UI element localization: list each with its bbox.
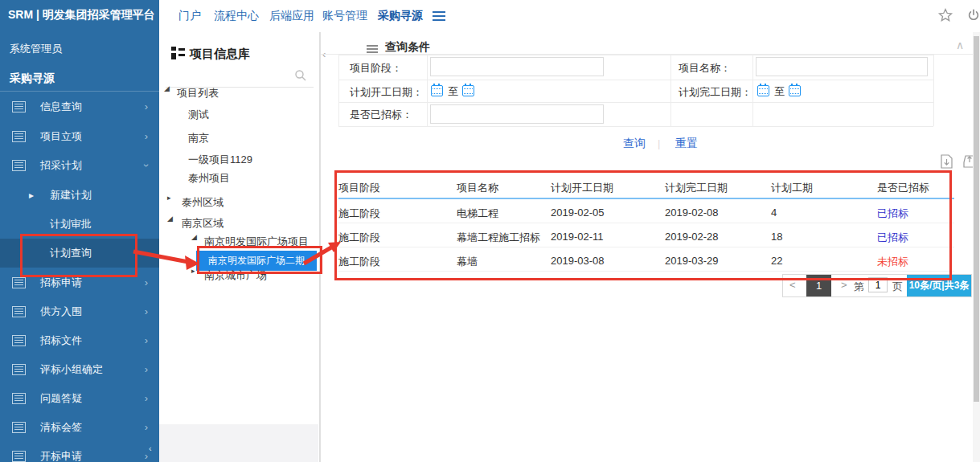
list-icon: [12, 131, 26, 142]
page-jump-input[interactable]: [868, 277, 888, 292]
nav-item-workflow[interactable]: 流程中心: [214, 9, 259, 23]
calendar-icon[interactable]: [431, 85, 443, 96]
sidebar-item-label: 新建计划: [50, 181, 92, 210]
sidebar-item-qa[interactable]: 问题答疑 ›: [0, 384, 159, 413]
list-icon: [12, 277, 26, 288]
sidebar-item-label: 开标申请: [40, 442, 82, 462]
sidebar-item-tender-apply[interactable]: 招标申请 ›: [0, 268, 159, 297]
list-icon: [12, 306, 26, 317]
tree-item-level1-1129[interactable]: 一级项目1129: [188, 151, 252, 169]
sidebar-item-supplier-shortlist[interactable]: 供方入围 ›: [0, 297, 159, 326]
prev-page-button[interactable]: <: [789, 279, 796, 291]
tree-item-taizhou-project[interactable]: 泰州项目: [188, 170, 230, 187]
status-link[interactable]: 已招标: [877, 231, 908, 245]
tree-item-nanjing-region[interactable]: 南京区域: [182, 215, 223, 232]
sidebar-item-project-setup[interactable]: 项目立项 ›: [0, 122, 159, 151]
date-range-to-label: 至: [774, 84, 785, 99]
status-link[interactable]: 已招标: [877, 206, 908, 221]
chevron-right-icon: ›: [145, 384, 148, 413]
cell-start: 2019-03-08: [551, 255, 605, 267]
button-divider: |: [658, 137, 660, 149]
sidebar-item-info-query[interactable]: 信息查询 ›: [0, 92, 159, 121]
row-divider: [338, 223, 954, 223]
cell-name: 幕墙工程施工招标: [457, 231, 540, 245]
project-name-input[interactable]: [756, 57, 928, 76]
tree-item-test[interactable]: 测试: [188, 106, 209, 124]
sidebar-item-label: 供方入围: [40, 297, 82, 326]
list-icon: [12, 335, 26, 346]
chevron-down-icon: ›: [132, 164, 161, 167]
field-label-tendered: 是否已招标：: [350, 108, 412, 122]
col-header-name: 项目名称: [457, 181, 498, 195]
tree-collapsed-icon[interactable]: ▸: [191, 267, 195, 275]
calendar-icon[interactable]: [462, 85, 474, 96]
sidebar-item-label: 信息查询: [40, 92, 82, 121]
list-icon: [12, 101, 26, 112]
cell-stage: 施工阶段: [338, 231, 380, 245]
col-header-end: 计划完工日期: [665, 181, 728, 195]
collapse-up-icon[interactable]: ∧: [956, 39, 964, 51]
hamburger-icon[interactable]: [433, 11, 445, 13]
nav-item-sourcing[interactable]: 采购寻源: [378, 9, 423, 23]
stage-input[interactable]: [430, 57, 604, 76]
export-file-icon[interactable]: [940, 154, 953, 169]
sidebar-item-bid-clean-sign[interactable]: 清标会签 ›: [0, 413, 159, 442]
tree-item-mingfa-plaza-project[interactable]: 南京明发国际广场项目: [204, 233, 309, 251]
tendered-input[interactable]: [430, 104, 604, 124]
app-title: SRM | 明发集团招采管理平台: [8, 8, 155, 22]
nav-item-backend[interactable]: 后端应用: [269, 9, 314, 23]
vertical-scrollbar[interactable]: [973, 32, 980, 462]
search-button[interactable]: 查询: [623, 137, 646, 151]
sidebar-collapse-icon[interactable]: ‹: [149, 444, 152, 453]
star-icon[interactable]: [937, 7, 953, 23]
tree-expanded-icon[interactable]: ◢: [167, 215, 173, 223]
sidebar-subitem-plan-query[interactable]: 计划查询: [0, 239, 159, 268]
tree-collapsed-icon[interactable]: ▸: [167, 194, 171, 202]
table-header-underline: [338, 198, 954, 199]
power-icon[interactable]: [966, 7, 980, 23]
tree-item-nanjing[interactable]: 南京: [188, 129, 209, 147]
chevron-right-icon: ›: [145, 297, 148, 326]
date-range-to-label: 至: [448, 84, 458, 99]
sidebar-item-eval-team[interactable]: 评标小组确定 ›: [0, 355, 159, 384]
user-role: 系统管理员: [10, 42, 62, 56]
search-icon[interactable]: [294, 69, 307, 82]
tree-expanded-icon[interactable]: ◢: [164, 84, 170, 92]
next-page-button[interactable]: >: [841, 279, 847, 291]
sidebar-item-bid-open-apply[interactable]: 开标申请 ›: [0, 442, 159, 462]
calendar-icon[interactable]: [789, 85, 801, 96]
main-content: ‹ 查询条件 ∧ 项目阶段： 项目名称： 计划开工日期： 至 计划完工日期： 至…: [320, 32, 973, 462]
row-divider: [338, 271, 954, 272]
nav-item-account[interactable]: 账号管理: [322, 9, 367, 23]
sidebar-subitem-plan-approval[interactable]: 计划审批: [0, 210, 159, 239]
chevron-right-icon: ›: [145, 442, 148, 462]
sidebar-item-label: 招标文件: [40, 326, 82, 355]
cell-duration: 22: [771, 255, 782, 267]
field-label-plan-start: 计划开工日期：: [350, 85, 423, 100]
page-size-summary-badge[interactable]: 10条/页|共3条: [907, 275, 971, 296]
query-section-title: 查询条件: [385, 40, 430, 55]
sidebar: SRM | 明发集团招采管理平台 系统管理员 采购寻源 信息查询 › 项目立项 …: [0, 0, 159, 462]
sidebar-item-label: 清标会签: [40, 413, 82, 442]
chevron-right-icon: ›: [145, 355, 148, 384]
cell-name: 电梯工程: [457, 206, 498, 221]
sidebar-subitem-new-plan[interactable]: ▸ 新建计划: [0, 181, 159, 210]
current-page-button[interactable]: 1: [806, 275, 831, 296]
field-label-name: 项目名称：: [679, 61, 731, 76]
nav-item-portal[interactable]: 门户: [178, 9, 201, 23]
scrollbar-thumb[interactable]: [974, 36, 979, 402]
status-text: 未招标: [877, 255, 908, 269]
reset-button[interactable]: 重置: [675, 137, 698, 151]
sidebar-item-tender-docs[interactable]: 招标文件 ›: [0, 326, 159, 355]
calendar-icon[interactable]: [757, 85, 769, 96]
query-section-icon: [367, 45, 378, 47]
cell-name: 幕墙: [457, 255, 478, 269]
sidebar-item-tender-plan[interactable]: 招采计划 ›: [0, 151, 159, 180]
tree-item-nanjing-city-plaza[interactable]: 南京城市广场: [204, 267, 267, 284]
module-title: 采购寻源: [10, 72, 55, 86]
tree-item-taizhou-region[interactable]: 泰州区域: [182, 194, 223, 211]
tree-item-project-list[interactable]: 项目列表: [177, 84, 219, 102]
cell-duration: 4: [771, 206, 777, 219]
col-header-stage: 项目阶段: [338, 181, 380, 195]
tree-expanded-icon[interactable]: ◢: [191, 233, 197, 241]
